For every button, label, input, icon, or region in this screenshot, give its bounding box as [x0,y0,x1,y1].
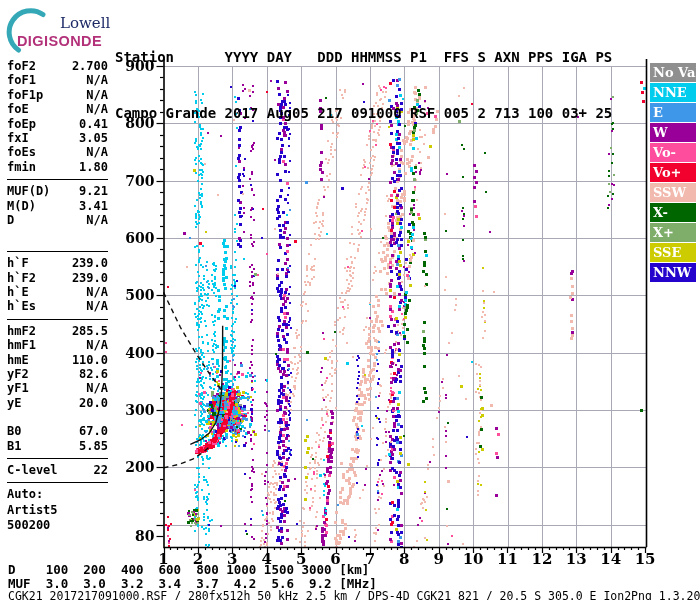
param-label: foF1p [7,88,43,102]
param-label: MUF(D) [7,184,50,198]
param-row-foEs: foEsN/A [7,145,108,159]
param-label: hmF1 [7,338,36,352]
param-row-foF1p: foF1pN/A [7,88,108,102]
legend-item-vo-plus: Vo+ [650,163,696,182]
legend-item-nne: NNE [650,83,696,102]
legend-label: SSE [650,245,681,260]
param-row-D: DN/A [7,213,108,227]
param-row-MD: M(D)3.41 [7,199,108,213]
autoscaler-name: Artist5 [7,503,108,518]
param-label: foEs [7,145,36,159]
param-label: h`F [7,256,29,270]
param-value: 239.0 [72,271,108,285]
param-value: 3.41 [79,199,108,213]
param-label: foE [7,102,29,116]
panel-divider [7,458,108,459]
param-label: foF2 [7,59,36,73]
param-value: 22 [94,463,108,477]
legend-item-sse: SSE [650,243,696,262]
param-label: h`F2 [7,271,36,285]
param-row-B0: B067.0 [7,424,108,438]
param-row-hEs: h`EsN/A [7,299,108,313]
param-value: N/A [86,285,108,299]
param-label: fxI [7,131,29,145]
param-row-hE: h`EN/A [7,285,108,299]
param-value: N/A [86,381,108,395]
legend-item-w: W [650,123,696,142]
legend-item-ssw: SSW [650,183,696,202]
param-row-foEp: foEp0.41 [7,117,108,131]
param-row-hF2: h`F2239.0 [7,271,108,285]
autoscaler-version: 500200 [7,518,108,533]
param-section-frequencies: foF22.700 foF1N/A foF1pN/A foEN/A foEp0.… [7,59,108,174]
param-value: 82.6 [79,367,108,381]
header-station-info: Station YYYY DAY DDD HHMMSS P1 FFS S AXN… [115,11,612,159]
param-value: N/A [86,213,108,227]
header-line-values: Campo Grande 2017 Aug05 217 091000 RSF 0… [115,104,612,123]
param-row-B1: B15.85 [7,439,108,453]
autoscaling-label: Auto: [7,487,108,502]
param-value: 0.41 [79,117,108,131]
panel-divider [7,179,108,180]
param-section-peak-heights: hmF2285.5 hmF1N/A hmE110.0 yF282.6 yF1N/… [7,324,108,410]
param-label: M(D) [7,199,36,213]
param-value: 285.5 [72,324,108,338]
param-row-foF2: foF22.700 [7,59,108,73]
param-section-virtual-heights: h`F239.0 h`F2239.0 h`EN/A h`EsN/A [7,256,108,314]
param-value: N/A [86,73,108,87]
legend-item-noval: No Val [650,63,696,82]
param-label: yF2 [7,367,29,381]
parameter-panel: foF22.700 foF1N/A foF1pN/A foEN/A foEp0.… [7,59,108,533]
legend-label: W [650,125,668,140]
param-row-yF2: yF282.6 [7,367,108,381]
param-row-foE: foEN/A [7,102,108,116]
legend-label: Vo+ [650,165,681,180]
param-value: N/A [86,102,108,116]
param-label: yF1 [7,381,29,395]
param-row-MUFD: MUF(D)9.21 [7,184,108,198]
legend-label: Vo- [650,145,676,160]
status-bar: CGK21_2017217091000.RSF / 280fx512h 50 k… [8,589,700,600]
param-row-hmE: hmE110.0 [7,353,108,367]
param-label: h`Es [7,299,36,313]
param-value: 67.0 [79,424,108,438]
velocity-direction-legend: No Val NNE E W Vo- Vo+ SSW X- X+ SSE NNW [650,63,696,283]
panel-divider [7,319,108,320]
legend-item-nnw: NNW [650,263,696,282]
param-section-muf: MUF(D)9.21 M(D)3.41 DN/A [7,184,108,227]
param-value: N/A [86,338,108,352]
param-value: 5.85 [79,439,108,453]
param-label: hmF2 [7,324,36,338]
param-value: 3.05 [79,131,108,145]
param-value: 110.0 [72,353,108,367]
param-label: h`E [7,285,29,299]
logo-text-lowell: Lowell [60,14,110,32]
legend-label: E [650,105,663,120]
legend-label: NNE [650,85,687,100]
param-row-hmF1: hmF1N/A [7,338,108,352]
param-value: 2.700 [72,59,108,73]
param-row-foF1: foF1N/A [7,73,108,87]
param-label: B0 [7,424,21,438]
param-label: foF1 [7,73,36,87]
distance-row: D 100 200 400 600 800 1000 1500 3000 [km… [8,562,369,577]
param-row-hF: h`F239.0 [7,256,108,270]
param-label: foEp [7,117,36,131]
panel-divider [7,482,108,483]
legend-label: No Val [650,65,700,80]
param-value: 1.80 [79,160,108,174]
legend-item-x-plus: X+ [650,223,696,242]
param-row-yF1: yF1N/A [7,381,108,395]
param-label: C-level [7,463,58,477]
param-section-autoscaler: Auto: Artist5 500200 [7,487,108,533]
param-row-fxI: fxI3.05 [7,131,108,145]
lowell-digisonde-logo: Lowell DIGISONDE [4,6,124,58]
param-label: fmin [7,160,36,174]
param-label: D [7,213,14,227]
param-value: 239.0 [72,256,108,270]
legend-label: SSW [650,185,686,200]
legend-item-e: E [650,103,696,122]
param-value: 20.0 [79,396,108,410]
legend-item-vo-minus: Vo- [650,143,696,162]
panel-divider [7,251,108,252]
